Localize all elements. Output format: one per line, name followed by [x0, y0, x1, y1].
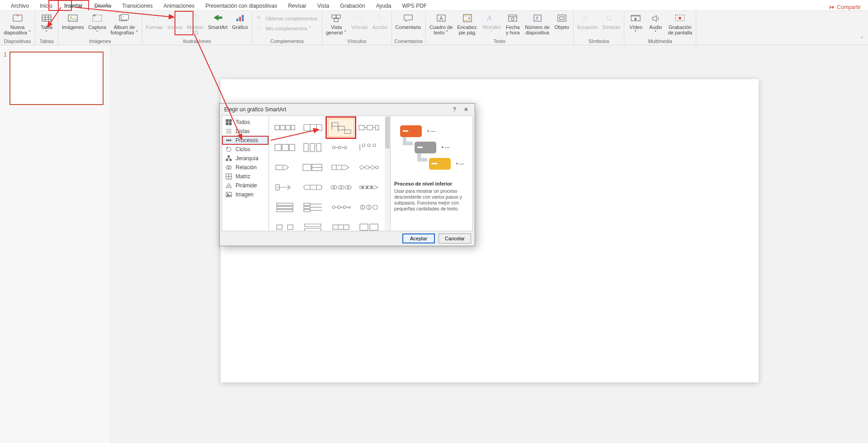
- svg-rect-17: [154, 18, 158, 21]
- category-icon: [226, 191, 232, 198]
- gallery-scrollbar[interactable]: [385, 116, 390, 231]
- svg-rect-27: [332, 15, 336, 18]
- ok-button[interactable]: Aceptar: [402, 233, 435, 243]
- table-button[interactable]: Tabla˅: [38, 12, 55, 35]
- smartart-option-20[interactable]: [356, 198, 382, 216]
- category-listas[interactable]: Listas: [222, 127, 269, 136]
- myaddin-label: Mis complementos ˅: [266, 26, 311, 31]
- category-relación[interactable]: Relación: [222, 163, 269, 172]
- smartart-gallery: [269, 116, 390, 231]
- chart-icon: [234, 13, 246, 24]
- svg-rect-82: [332, 123, 338, 126]
- smartart-option-7[interactable]: [328, 138, 354, 157]
- category-matriz[interactable]: Matriz: [222, 172, 269, 181]
- smartart-option-11[interactable]: [328, 158, 354, 176]
- datetime-button[interactable]: Fechay hora: [504, 12, 521, 35]
- group-label: Ilustraciones: [145, 38, 249, 45]
- tab-diseno[interactable]: Diseño: [89, 1, 117, 10]
- tab-archivo[interactable]: Archivo: [5, 1, 34, 10]
- tab-presentacion[interactable]: Presentación con diapositivas: [200, 1, 283, 10]
- svg-rect-88: [367, 125, 373, 130]
- tab-wpspdf[interactable]: WPS PDF: [396, 1, 432, 10]
- tab-transiciones[interactable]: Transiciones: [117, 1, 158, 10]
- smartart-option-22[interactable]: [300, 218, 326, 231]
- header-button[interactable]: #Encabez.pie pág.: [456, 12, 479, 35]
- category-label: Jerarquía: [236, 155, 259, 162]
- smartart-option-24[interactable]: [356, 218, 382, 231]
- group-diapositivas: Nuevadiapositiva ˅Diapositivas: [0, 11, 35, 45]
- smartart-option-13[interactable]: [272, 178, 298, 196]
- smartart-button[interactable]: SmartArt: [207, 12, 228, 30]
- smartart-option-5[interactable]: [272, 138, 298, 157]
- smartart-option-10[interactable]: [300, 158, 326, 176]
- svg-rect-51: [229, 119, 231, 122]
- svg-point-105: [368, 144, 370, 147]
- category-list: TodosListasProcesosCiclosJerarquíaRelaci…: [222, 116, 269, 231]
- smartart-option-23[interactable]: [328, 218, 354, 231]
- smartart-option-4[interactable]: [356, 119, 382, 137]
- cancel-button[interactable]: Cancelar: [439, 233, 471, 243]
- share-button[interactable]: Compartir: [829, 4, 861, 10]
- svg-text:#: #: [536, 16, 538, 21]
- smartart-option-17[interactable]: [272, 198, 298, 216]
- smartart-option-3[interactable]: [328, 119, 354, 137]
- smartart-option-16[interactable]: [356, 178, 382, 196]
- smartart-option-6[interactable]: [300, 138, 326, 157]
- thumbnail-1[interactable]: 1: [0, 52, 110, 105]
- close-button[interactable]: ✕: [460, 106, 472, 113]
- smartart-option-15[interactable]: [328, 178, 354, 196]
- smartart-option-21[interactable]: [272, 218, 298, 231]
- category-todos[interactable]: Todos: [222, 118, 269, 127]
- new-slide-icon: [11, 13, 24, 24]
- smartart-option-18[interactable]: [300, 198, 326, 216]
- category-icon: [226, 137, 232, 143]
- category-jerarquía[interactable]: Jerarquía: [222, 154, 269, 163]
- dialog-titlebar[interactable]: Elegir un gráfico SmartArt ? ✕: [220, 104, 475, 115]
- audio-button[interactable]: Audio˅: [647, 12, 664, 35]
- chart-button[interactable]: Gráfico: [231, 12, 249, 30]
- category-ciclos[interactable]: Ciclos: [222, 145, 269, 154]
- smartart-option-12[interactable]: [356, 158, 382, 176]
- smartart-option-2[interactable]: [300, 119, 326, 137]
- svg-point-127: [362, 186, 363, 188]
- category-label: Procesos: [236, 137, 258, 143]
- svg-rect-95: [304, 143, 308, 152]
- svg-point-49: [679, 17, 681, 19]
- slidenum-label: Número dediapositiva: [525, 24, 549, 35]
- tab-revisar[interactable]: Revisar: [283, 1, 312, 10]
- tab-vista[interactable]: Vista: [312, 1, 335, 10]
- tab-insertar[interactable]: Insertar: [58, 0, 89, 10]
- category-procesos[interactable]: Procesos: [222, 136, 269, 145]
- collapse-ribbon-icon[interactable]: ˄: [860, 36, 863, 43]
- equation-button: πEcuación: [576, 12, 599, 30]
- category-imagen[interactable]: Imagen: [222, 190, 269, 199]
- zoom-button[interactable]: Vistageneral ˅: [325, 12, 348, 35]
- album-button[interactable]: Álbum defotografías ˅: [110, 12, 139, 35]
- svg-rect-153: [333, 225, 349, 229]
- object-button[interactable]: Objeto: [553, 12, 571, 30]
- capture-button[interactable]: Captura˅: [87, 12, 107, 35]
- video-button[interactable]: Vídeo˅: [627, 12, 644, 35]
- slidenum-button[interactable]: #Número dediapositiva: [524, 12, 550, 35]
- comment-button[interactable]: Comentario: [395, 12, 422, 30]
- smartart-option-9[interactable]: [272, 158, 298, 176]
- tab-animaciones[interactable]: Animaciones: [158, 1, 200, 10]
- category-icon: [226, 119, 232, 125]
- help-button[interactable]: ?: [448, 106, 460, 113]
- action-label: Acción: [373, 24, 387, 30]
- tab-ayuda[interactable]: Ayuda: [371, 1, 397, 10]
- screenrec-button[interactable]: Grabaciónde pantalla: [667, 12, 693, 35]
- svg-rect-60: [228, 156, 230, 157]
- smartart-option-14[interactable]: [300, 178, 326, 196]
- textbox-button[interactable]: ACuadro detexto ˅: [429, 12, 453, 35]
- smartart-option-19[interactable]: [328, 198, 354, 216]
- smartart-option-8[interactable]: [356, 138, 382, 157]
- chart-label: Gráfico: [232, 24, 248, 30]
- tab-inicio[interactable]: Inicio: [34, 1, 58, 10]
- tab-grabacion[interactable]: Grabación: [335, 1, 370, 10]
- new-slide-button[interactable]: Nuevadiapositiva ˅: [3, 12, 32, 35]
- images-button[interactable]: Imágenes: [61, 12, 85, 30]
- group-label: Comentarios: [395, 38, 423, 45]
- category-pirámide[interactable]: Pirámide: [222, 181, 269, 190]
- smartart-option-1[interactable]: [272, 119, 298, 137]
